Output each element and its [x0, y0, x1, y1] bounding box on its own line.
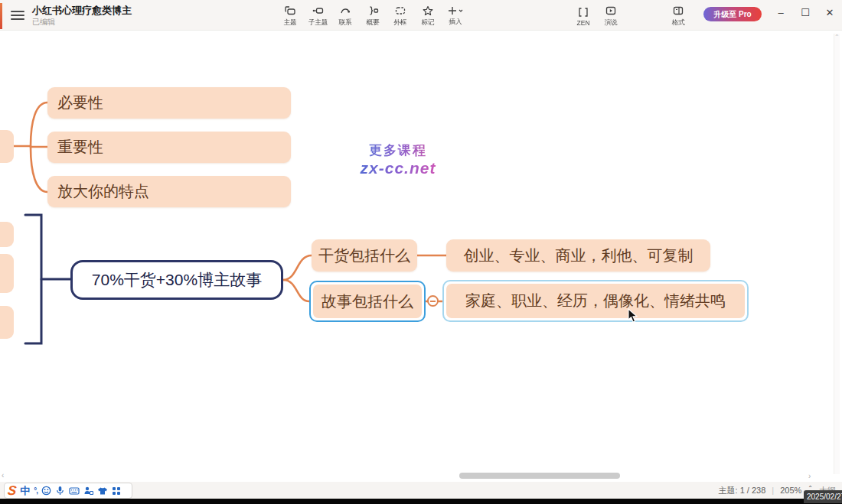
relationship-label: 联系 [338, 18, 351, 27]
virtual-keyboard-icon[interactable] [69, 486, 80, 496]
insert-icon [447, 5, 458, 16]
summary-label: 概要 [366, 18, 379, 27]
maximize-button[interactable]: ☐ [793, 0, 818, 24]
marker-label: 标记 [421, 18, 434, 27]
topic-text: 家庭、职业、经历，偶像化、情绪共鸣 [465, 291, 726, 311]
zoom-level[interactable]: 205% [780, 486, 801, 495]
topic-label: 主题 [283, 18, 296, 27]
topic-text: 创业、专业、商业，利他、可复制 [464, 245, 694, 266]
window-controls: – ☐ ✕ [769, 0, 842, 24]
relationship-button[interactable]: 联系 [331, 2, 359, 30]
topic-text: 重要性 [57, 137, 103, 158]
toolbar-main: 主题 子主题 联系 概要 [276, 2, 469, 30]
ime-toolbar[interactable]: S 中 °, [4, 483, 132, 499]
user-lexicon-icon[interactable] [83, 486, 93, 496]
document-title: 小红书心理疗愈类博主 [32, 4, 132, 18]
clipped-topic-node[interactable] [0, 254, 14, 293]
topic-text: 干货包括什么 [318, 245, 410, 266]
scroll-up-icon[interactable]: ⌃ [834, 34, 840, 41]
marker-icon [422, 5, 434, 17]
summary-button[interactable]: 概要 [359, 2, 387, 30]
clipped-topic-node[interactable] [0, 222, 14, 247]
subtopic-label: 子主题 [308, 18, 328, 27]
topic-icon [284, 5, 296, 17]
mindmap-canvas[interactable]: 必要性 重要性 放大你的特点 70%干货+30%博主故事 干货包括什么 创业、专… [0, 31, 842, 482]
clipped-topic-node[interactable] [0, 130, 14, 163]
document-status: 已编辑 [32, 17, 55, 28]
topic-node-drygoods[interactable]: 干货包括什么 [312, 239, 417, 272]
format-icon [672, 5, 684, 17]
toolbox-grid-icon[interactable] [112, 486, 121, 496]
mouse-cursor [628, 308, 638, 324]
format-button[interactable]: 格式 [664, 2, 692, 30]
timestamp-overlay: 2025/02/27 2 [804, 490, 842, 503]
collapse-toggle-icon[interactable] [427, 295, 439, 307]
ime-language-toggle[interactable]: 中 [20, 484, 30, 498]
topic-node-importance[interactable]: 重要性 [47, 132, 291, 163]
relationship-icon [339, 5, 351, 17]
watermark-line2: zx-cc.net [348, 159, 448, 177]
chevron-down-icon [458, 8, 464, 14]
zen-button[interactable]: ZEN [569, 2, 597, 30]
topic-text: 故事包括什么 [321, 291, 413, 312]
zen-label: ZEN [576, 19, 589, 27]
marker-button[interactable]: 标记 [414, 2, 442, 30]
sogou-logo-icon[interactable]: S [7, 484, 17, 497]
ime-punctuation-toggle[interactable]: °, [34, 486, 38, 495]
watermark: 更多课程 zx-cc.net [348, 141, 448, 177]
present-icon [605, 5, 617, 17]
hamburger-menu-icon[interactable] [11, 8, 24, 21]
topic-node-drygoods-detail[interactable]: 创业、专业、商业，利他、可复制 [446, 239, 710, 272]
summary-topic-node[interactable]: 70%干货+30%博主故事 [70, 260, 283, 300]
topic-text: 放大你的特点 [57, 181, 149, 202]
scroll-right-icon[interactable]: › [808, 472, 811, 480]
boundary-icon [394, 5, 406, 17]
letterbox-bar [0, 499, 842, 504]
status-bar: S 中 °, 主题: 1 / 238 | 205% ⌃⌃ 大纲 [0, 482, 842, 499]
boundary-button[interactable]: 外框 [387, 2, 414, 30]
subtopic-button[interactable]: 子主题 [304, 2, 331, 30]
clipped-topic-node[interactable] [0, 306, 14, 339]
topic-count: 主题: 1 / 238 [719, 485, 766, 496]
vertical-scrollbar[interactable] [834, 34, 840, 474]
topic-node-amplify-traits[interactable]: 放大你的特点 [47, 176, 291, 207]
minimize-button[interactable]: – [769, 0, 793, 24]
scroll-left-icon[interactable]: ‹ [2, 471, 4, 480]
summary-topic-text: 70%干货+30%博主故事 [92, 269, 262, 291]
topic-node-story[interactable]: 故事包括什么 [309, 281, 426, 322]
summary-icon [367, 5, 379, 17]
background-window-edge [0, 3, 2, 29]
boundary-label: 外框 [393, 18, 406, 27]
upgrade-pro-button[interactable]: 升级至 Pro [703, 7, 762, 21]
present-label: 演说 [604, 18, 617, 27]
status-separator: | [772, 486, 774, 495]
emoji-icon[interactable] [41, 486, 51, 496]
toolbar-right: ZEN 演说 格式 [569, 2, 692, 30]
insert-button[interactable]: 插入 [442, 2, 469, 30]
close-button[interactable]: ✕ [818, 0, 842, 24]
zen-icon [577, 6, 589, 18]
present-button[interactable]: 演说 [597, 2, 625, 30]
topic-node-necessity[interactable]: 必要性 [47, 87, 291, 119]
subtopic-icon [312, 5, 324, 17]
voice-input-icon[interactable] [55, 486, 65, 496]
topic-text: 必要性 [57, 93, 103, 113]
title-bar: 小红书心理疗愈类博主 已编辑 主题 子主题 联系 [0, 0, 842, 31]
skin-icon[interactable] [97, 486, 108, 496]
insert-label: 插入 [449, 17, 462, 26]
format-label: 格式 [671, 18, 684, 27]
topic-node-story-detail[interactable]: 家庭、职业、经历，偶像化、情绪共鸣 [442, 280, 749, 322]
watermark-line1: 更多课程 [348, 141, 448, 159]
topic-button[interactable]: 主题 [276, 2, 304, 30]
horizontal-scrollbar[interactable] [459, 473, 620, 479]
